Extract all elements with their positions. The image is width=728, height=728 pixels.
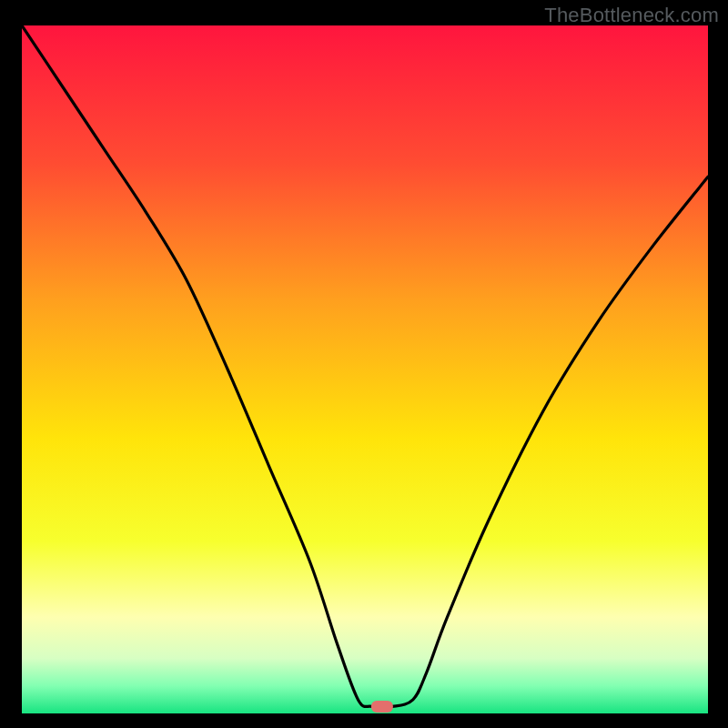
plot-background — [22, 25, 708, 713]
bottleneck-chart — [22, 25, 708, 713]
chart-frame: TheBottleneck.com — [0, 0, 728, 728]
minimum-marker — [371, 701, 393, 713]
watermark-text: TheBottleneck.com — [544, 4, 719, 27]
